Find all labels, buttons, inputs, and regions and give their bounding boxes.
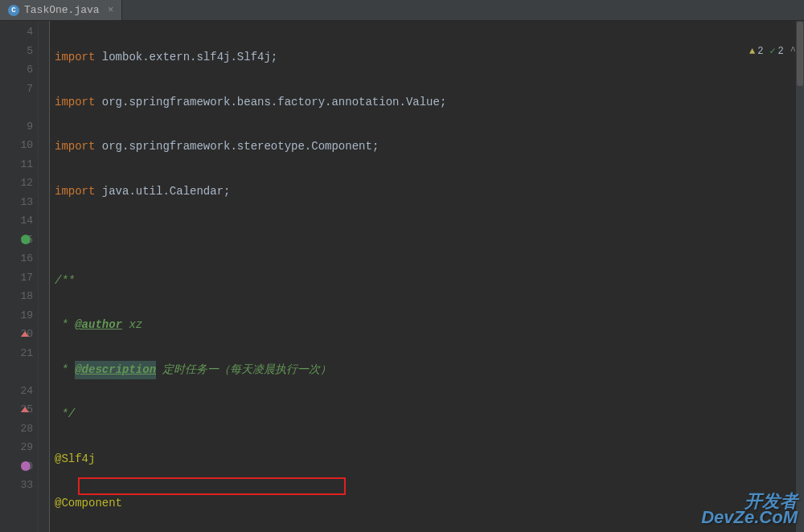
- file-tab[interactable]: C TaskOne.java ×: [0, 0, 122, 20]
- tab-filename: TaskOne.java: [24, 4, 100, 16]
- line-number: 24: [0, 382, 38, 401]
- line-number: 20: [0, 325, 38, 344]
- line-number: 6: [0, 60, 38, 80]
- inspection-widget[interactable]: ▲2 ✓2 ^: [749, 45, 796, 57]
- close-icon[interactable]: ×: [108, 4, 114, 16]
- vertical-scrollbar[interactable]: [796, 21, 804, 532]
- scroll-thumb[interactable]: [797, 22, 803, 86]
- line-number: 10: [0, 136, 38, 155]
- override-icon[interactable]: [21, 407, 29, 412]
- java-class-icon: C: [8, 5, 19, 16]
- line-number: 25: [0, 400, 38, 419]
- line-gutter: 4 5 6 7 9 10 11 12 13 14 15 16 17 18 19 …: [0, 21, 39, 532]
- line-number: 18: [0, 287, 38, 306]
- line-number: 28: [0, 419, 38, 439]
- line-number: 15: [0, 231, 38, 250]
- line-number: 5: [0, 42, 38, 61]
- line-number: 12: [0, 174, 38, 193]
- line-number: 9: [0, 117, 38, 137]
- line-number: 30: [0, 457, 38, 477]
- typo-icon: ✓: [769, 45, 775, 57]
- line-number: [0, 362, 38, 382]
- line-number: 17: [0, 268, 38, 288]
- line-number: 7: [0, 80, 38, 99]
- override-icon[interactable]: [21, 331, 29, 337]
- chevron-up-icon[interactable]: ^: [790, 46, 796, 57]
- fold-column: [39, 21, 50, 532]
- line-number: 29: [0, 438, 38, 457]
- line-number: 11: [0, 155, 38, 174]
- line-number: 4: [0, 23, 38, 42]
- tab-bar: C TaskOne.java ×: [0, 0, 804, 21]
- line-number: 21: [0, 344, 38, 363]
- watermark: 开发者 DevZe.CoM: [701, 493, 798, 526]
- line-number: 33: [0, 476, 38, 495]
- editor[interactable]: 4 5 6 7 9 10 11 12 13 14 15 16 17 18 19 …: [0, 21, 804, 532]
- line-number: 14: [0, 211, 38, 231]
- line-number: 19: [0, 306, 38, 325]
- line-number: 13: [0, 193, 38, 212]
- highlight-box: [78, 477, 346, 495]
- line-number: 16: [0, 249, 38, 268]
- warning-icon: ▲: [749, 46, 755, 57]
- line-number: [0, 98, 38, 117]
- code-area[interactable]: import lombok.extern.slf4j.Slf4j; import…: [50, 21, 804, 532]
